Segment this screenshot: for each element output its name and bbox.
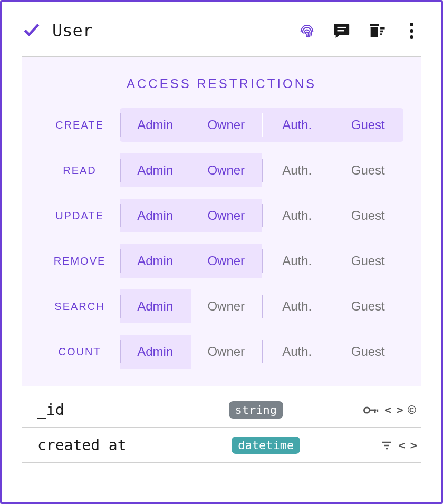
role-toggle-owner[interactable]: Owner: [191, 108, 262, 142]
permission-cells: AdminOwnerAuth.Guest: [120, 108, 403, 142]
role-toggle-guest[interactable]: Guest: [333, 199, 404, 232]
permission-label: COUNT: [40, 346, 120, 358]
field-icons: < >: [380, 439, 416, 452]
role-toggle-guest[interactable]: Guest: [333, 108, 404, 142]
role-toggle-admin[interactable]: Admin: [120, 153, 191, 187]
type-badge: string: [229, 401, 283, 419]
permission-row-count: COUNTAdminOwnerAuth.Guest: [40, 335, 403, 369]
permission-label: UPDATE: [40, 210, 120, 222]
code-icon[interactable]: < >: [384, 403, 402, 416]
permission-cells: AdminOwnerAuth.Guest: [120, 244, 403, 278]
svg-rect-3: [371, 27, 378, 37]
panel-title: ACCESS RESTRICTIONS: [40, 76, 403, 91]
permissions-grid: CREATEAdminOwnerAuth.GuestREADAdminOwner…: [40, 108, 403, 369]
permission-row-search: SEARCHAdminOwnerAuth.Guest: [40, 289, 403, 323]
permission-label: CREATE: [40, 119, 120, 131]
field-name: _id: [37, 401, 220, 419]
header-left: User: [22, 20, 93, 42]
permission-label: REMOVE: [40, 255, 120, 267]
role-toggle-admin[interactable]: Admin: [120, 289, 191, 323]
permission-label: READ: [40, 164, 120, 177]
role-toggle-auth[interactable]: Auth.: [262, 335, 333, 369]
permission-label: SEARCH: [40, 301, 120, 313]
svg-point-7: [364, 407, 369, 412]
role-toggle-admin[interactable]: Admin: [120, 244, 191, 278]
field-name: created at: [37, 437, 223, 454]
role-toggle-auth[interactable]: Auth.: [262, 199, 333, 232]
permission-row-create: CREATEAdminOwnerAuth.Guest: [40, 108, 403, 142]
role-toggle-admin[interactable]: Admin: [120, 199, 191, 232]
comment-icon[interactable]: [332, 21, 352, 41]
role-toggle-auth[interactable]: Auth.: [262, 289, 333, 323]
role-toggle-admin[interactable]: Admin: [120, 335, 191, 369]
field-row[interactable]: _idstring< >©: [22, 393, 421, 428]
permission-row-remove: REMOVEAdminOwnerAuth.Guest: [40, 244, 403, 278]
fields-list: _idstring< >©created atdatetime< >: [22, 393, 421, 463]
role-toggle-admin[interactable]: Admin: [120, 108, 191, 142]
sort-icon[interactable]: [380, 439, 393, 452]
permission-cells: AdminOwnerAuth.Guest: [120, 289, 403, 323]
svg-rect-1: [338, 30, 344, 32]
permission-cells: AdminOwnerAuth.Guest: [120, 199, 403, 232]
access-restrictions-panel: ACCESS RESTRICTIONS CREATEAdminOwnerAuth…: [22, 57, 421, 386]
delete-icon[interactable]: [367, 21, 387, 41]
svg-rect-10: [377, 409, 378, 412]
entity-card: User ACCESS RESTRI: [0, 0, 443, 504]
role-toggle-guest[interactable]: Guest: [333, 153, 404, 187]
field-row[interactable]: created atdatetime< >: [22, 428, 421, 463]
more-icon[interactable]: [401, 21, 421, 41]
copyright-icon: ©: [408, 403, 416, 417]
key-icon: [363, 405, 379, 415]
header-actions: [297, 21, 421, 41]
permission-row-update: UPDATEAdminOwnerAuth.Guest: [40, 199, 403, 232]
permission-row-read: READAdminOwnerAuth.Guest: [40, 153, 403, 187]
check-icon: [22, 20, 42, 42]
role-toggle-guest[interactable]: Guest: [333, 335, 404, 369]
card-header: User: [22, 20, 421, 57]
role-toggle-owner[interactable]: Owner: [191, 335, 262, 369]
role-toggle-owner[interactable]: Owner: [191, 153, 262, 187]
code-icon[interactable]: < >: [398, 439, 416, 452]
role-toggle-guest[interactable]: Guest: [333, 289, 404, 323]
permission-cells: AdminOwnerAuth.Guest: [120, 153, 403, 187]
role-toggle-auth[interactable]: Auth.: [262, 108, 333, 142]
svg-rect-9: [374, 409, 376, 413]
type-badge: datetime: [232, 437, 300, 454]
permission-cells: AdminOwnerAuth.Guest: [120, 335, 403, 369]
role-toggle-owner[interactable]: Owner: [191, 289, 262, 323]
entity-title: User: [52, 21, 93, 41]
field-icons: < >©: [363, 403, 416, 417]
role-toggle-owner[interactable]: Owner: [191, 244, 262, 278]
svg-rect-2: [370, 24, 379, 26]
role-toggle-auth[interactable]: Auth.: [262, 244, 333, 278]
svg-rect-0: [338, 27, 346, 28]
role-toggle-owner[interactable]: Owner: [191, 199, 262, 232]
fingerprint-icon[interactable]: [297, 21, 317, 41]
role-toggle-guest[interactable]: Guest: [333, 244, 404, 278]
role-toggle-auth[interactable]: Auth.: [262, 153, 333, 187]
